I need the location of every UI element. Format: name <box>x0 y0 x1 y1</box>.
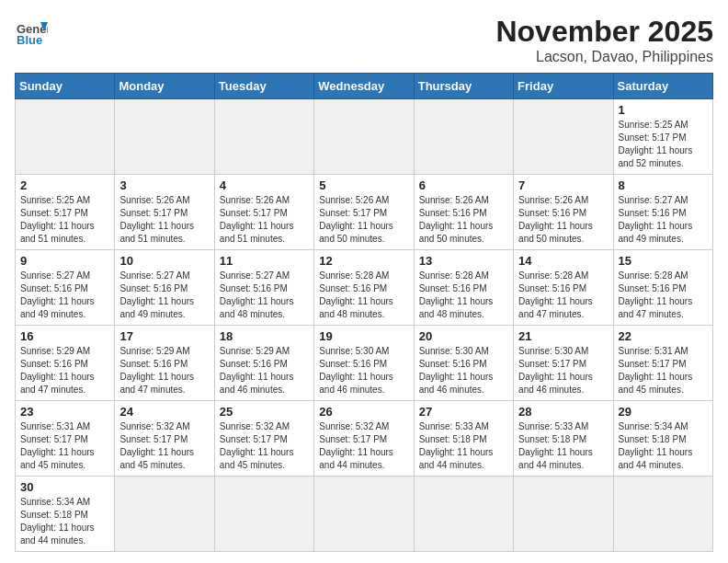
page-header: General Blue November 2025 Lacson, Davao… <box>15 15 713 65</box>
calendar-cell <box>514 477 613 552</box>
calendar-cell <box>214 99 313 175</box>
calendar-week-row: 9Sunrise: 5:27 AM Sunset: 5:16 PM Daylig… <box>16 250 713 326</box>
calendar-cell <box>16 99 115 175</box>
calendar-cell: 21Sunrise: 5:30 AM Sunset: 5:17 PM Dayli… <box>514 326 613 401</box>
day-info: Sunrise: 5:27 AM Sunset: 5:16 PM Dayligh… <box>619 194 708 246</box>
day-number: 12 <box>319 254 408 268</box>
calendar-cell <box>314 99 414 175</box>
calendar-cell <box>414 99 513 175</box>
day-number: 1 <box>619 103 708 117</box>
day-info: Sunrise: 5:28 AM Sunset: 5:16 PM Dayligh… <box>619 270 708 321</box>
day-info: Sunrise: 5:29 AM Sunset: 5:16 PM Dayligh… <box>20 345 109 396</box>
calendar-cell: 10Sunrise: 5:27 AM Sunset: 5:16 PM Dayli… <box>115 250 214 326</box>
day-number: 22 <box>619 329 708 343</box>
day-number: 4 <box>220 178 309 192</box>
calendar-cell: 19Sunrise: 5:30 AM Sunset: 5:16 PM Dayli… <box>314 326 414 401</box>
day-number: 24 <box>119 405 209 419</box>
calendar-cell: 16Sunrise: 5:29 AM Sunset: 5:16 PM Dayli… <box>16 326 115 401</box>
day-number: 3 <box>119 178 209 192</box>
day-info: Sunrise: 5:28 AM Sunset: 5:16 PM Dayligh… <box>518 270 608 321</box>
day-number: 17 <box>119 329 209 343</box>
day-number: 27 <box>419 405 508 419</box>
calendar-cell: 8Sunrise: 5:27 AM Sunset: 5:16 PM Daylig… <box>613 175 712 250</box>
calendar-cell: 26Sunrise: 5:32 AM Sunset: 5:17 PM Dayli… <box>314 401 414 477</box>
day-number: 15 <box>619 254 708 268</box>
calendar-cell <box>514 99 613 175</box>
calendar-cell: 14Sunrise: 5:28 AM Sunset: 5:16 PM Dayli… <box>514 250 613 326</box>
calendar-cell: 24Sunrise: 5:32 AM Sunset: 5:17 PM Dayli… <box>115 401 214 477</box>
calendar-cell: 25Sunrise: 5:32 AM Sunset: 5:17 PM Dayli… <box>214 401 313 477</box>
day-info: Sunrise: 5:33 AM Sunset: 5:18 PM Dayligh… <box>518 420 608 472</box>
day-info: Sunrise: 5:25 AM Sunset: 5:17 PM Dayligh… <box>619 119 708 170</box>
day-info: Sunrise: 5:30 AM Sunset: 5:16 PM Dayligh… <box>419 345 508 396</box>
column-header-tuesday: Tuesday <box>214 74 313 99</box>
calendar-cell <box>214 477 313 552</box>
day-info: Sunrise: 5:32 AM Sunset: 5:17 PM Dayligh… <box>220 420 309 472</box>
calendar-cell: 22Sunrise: 5:31 AM Sunset: 5:17 PM Dayli… <box>613 326 712 401</box>
day-number: 6 <box>419 178 508 192</box>
day-info: Sunrise: 5:26 AM Sunset: 5:17 PM Dayligh… <box>220 194 309 246</box>
calendar-cell: 28Sunrise: 5:33 AM Sunset: 5:18 PM Dayli… <box>514 401 613 477</box>
day-number: 29 <box>619 405 708 419</box>
calendar-cell: 4Sunrise: 5:26 AM Sunset: 5:17 PM Daylig… <box>214 175 313 250</box>
calendar-cell <box>613 477 712 552</box>
calendar-cell <box>314 477 414 552</box>
day-info: Sunrise: 5:33 AM Sunset: 5:18 PM Dayligh… <box>419 420 508 472</box>
day-number: 21 <box>518 329 608 343</box>
calendar-cell <box>115 99 214 175</box>
day-number: 18 <box>220 329 309 343</box>
day-info: Sunrise: 5:31 AM Sunset: 5:17 PM Dayligh… <box>619 345 708 396</box>
calendar-cell: 20Sunrise: 5:30 AM Sunset: 5:16 PM Dayli… <box>414 326 513 401</box>
day-number: 14 <box>518 254 608 268</box>
day-number: 20 <box>419 329 508 343</box>
day-info: Sunrise: 5:34 AM Sunset: 5:18 PM Dayligh… <box>20 496 109 547</box>
page-subtitle: Lacson, Davao, Philippines <box>495 49 713 65</box>
day-number: 5 <box>319 178 408 192</box>
day-info: Sunrise: 5:26 AM Sunset: 5:17 PM Dayligh… <box>319 194 408 246</box>
day-number: 10 <box>119 254 209 268</box>
calendar-cell: 18Sunrise: 5:29 AM Sunset: 5:16 PM Dayli… <box>214 326 313 401</box>
day-info: Sunrise: 5:27 AM Sunset: 5:16 PM Dayligh… <box>119 270 209 321</box>
calendar-cell: 13Sunrise: 5:28 AM Sunset: 5:16 PM Dayli… <box>414 250 513 326</box>
calendar-cell: 12Sunrise: 5:28 AM Sunset: 5:16 PM Dayli… <box>314 250 414 326</box>
day-number: 11 <box>220 254 309 268</box>
day-number: 13 <box>419 254 508 268</box>
calendar-cell: 2Sunrise: 5:25 AM Sunset: 5:17 PM Daylig… <box>16 175 115 250</box>
day-number: 16 <box>20 329 109 343</box>
calendar-cell: 3Sunrise: 5:26 AM Sunset: 5:17 PM Daylig… <box>115 175 214 250</box>
day-number: 28 <box>518 405 608 419</box>
day-number: 9 <box>20 254 109 268</box>
calendar-cell: 7Sunrise: 5:26 AM Sunset: 5:16 PM Daylig… <box>514 175 613 250</box>
day-info: Sunrise: 5:26 AM Sunset: 5:17 PM Dayligh… <box>119 194 209 246</box>
day-number: 23 <box>20 405 109 419</box>
day-info: Sunrise: 5:28 AM Sunset: 5:16 PM Dayligh… <box>419 270 508 321</box>
day-info: Sunrise: 5:30 AM Sunset: 5:17 PM Dayligh… <box>518 345 608 396</box>
column-header-sunday: Sunday <box>16 74 115 99</box>
calendar-week-row: 30Sunrise: 5:34 AM Sunset: 5:18 PM Dayli… <box>16 477 713 552</box>
calendar-week-row: 16Sunrise: 5:29 AM Sunset: 5:16 PM Dayli… <box>16 326 713 401</box>
calendar-week-row: 23Sunrise: 5:31 AM Sunset: 5:17 PM Dayli… <box>16 401 713 477</box>
calendar-week-row: 1Sunrise: 5:25 AM Sunset: 5:17 PM Daylig… <box>16 99 713 175</box>
day-info: Sunrise: 5:34 AM Sunset: 5:18 PM Dayligh… <box>619 420 708 472</box>
day-info: Sunrise: 5:29 AM Sunset: 5:16 PM Dayligh… <box>220 345 309 396</box>
calendar-cell: 6Sunrise: 5:26 AM Sunset: 5:16 PM Daylig… <box>414 175 513 250</box>
calendar-cell: 30Sunrise: 5:34 AM Sunset: 5:18 PM Dayli… <box>16 477 115 552</box>
day-number: 7 <box>518 178 608 192</box>
logo-icon: General Blue <box>15 15 48 48</box>
day-number: 2 <box>20 178 109 192</box>
day-number: 26 <box>319 405 408 419</box>
day-info: Sunrise: 5:27 AM Sunset: 5:16 PM Dayligh… <box>220 270 309 321</box>
calendar-cell: 11Sunrise: 5:27 AM Sunset: 5:16 PM Dayli… <box>214 250 313 326</box>
day-number: 19 <box>319 329 408 343</box>
column-header-monday: Monday <box>115 74 214 99</box>
day-info: Sunrise: 5:32 AM Sunset: 5:17 PM Dayligh… <box>319 420 408 472</box>
column-header-thursday: Thursday <box>414 74 513 99</box>
day-number: 30 <box>20 480 109 494</box>
day-info: Sunrise: 5:27 AM Sunset: 5:16 PM Dayligh… <box>20 270 109 321</box>
day-info: Sunrise: 5:26 AM Sunset: 5:16 PM Dayligh… <box>419 194 508 246</box>
calendar-cell: 23Sunrise: 5:31 AM Sunset: 5:17 PM Dayli… <box>16 401 115 477</box>
calendar-cell <box>414 477 513 552</box>
day-number: 25 <box>220 405 309 419</box>
day-info: Sunrise: 5:26 AM Sunset: 5:16 PM Dayligh… <box>518 194 608 246</box>
logo: General Blue <box>15 15 48 48</box>
